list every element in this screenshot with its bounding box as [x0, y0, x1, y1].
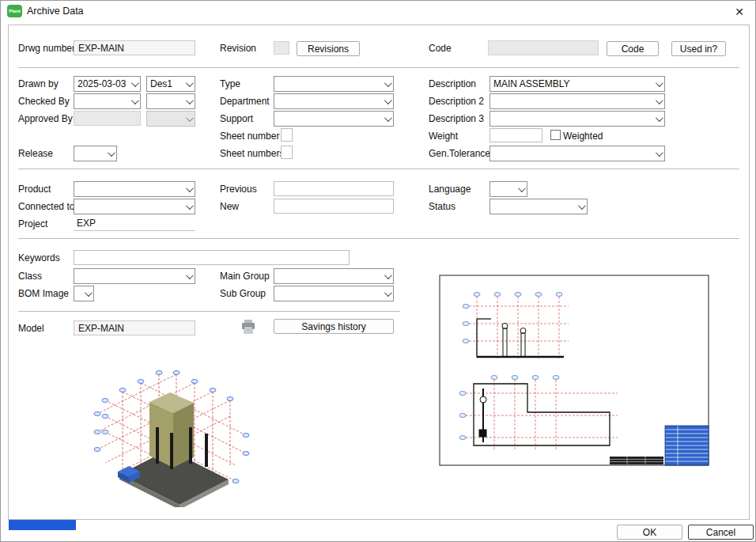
department-combobox[interactable]	[274, 93, 394, 109]
drawing-sheet-preview-image	[428, 249, 721, 491]
support-value	[274, 112, 380, 126]
sub-group-combobox[interactable]	[274, 286, 394, 301]
status-label: Status	[429, 201, 455, 212]
sheet-numbers-label: Sheet numbers	[220, 148, 284, 159]
previous-field[interactable]	[274, 181, 394, 196]
support-label: Support	[220, 113, 253, 124]
drawn-by-initials-value: Des1	[147, 77, 182, 91]
chevron-down-icon	[652, 146, 664, 161]
drwg-number-field[interactable]: EXP-MAIN	[74, 40, 195, 55]
revisions-button[interactable]: Revisions	[297, 41, 360, 56]
description2-combobox[interactable]	[490, 93, 665, 109]
keywords-label: Keywords	[18, 252, 60, 263]
chevron-down-icon	[514, 182, 527, 196]
description-value: MAIN ASSEMBLY	[490, 77, 652, 91]
revision-label: Revision	[220, 43, 256, 54]
chevron-down-icon	[81, 286, 93, 301]
divider	[18, 67, 739, 68]
drwg-number-label: Drwg number	[18, 43, 75, 54]
release-combobox[interactable]	[74, 146, 117, 161]
weight-field[interactable]	[490, 128, 542, 142]
status-combobox[interactable]	[490, 199, 588, 214]
checked-by-label: Checked By	[18, 96, 70, 107]
drawn-by-date-combobox[interactable]: 2025-03-03	[74, 76, 141, 92]
chevron-down-icon	[652, 77, 664, 91]
type-label: Type	[220, 78, 240, 89]
cancel-button[interactable]: Cancel	[688, 525, 754, 540]
keywords-field[interactable]	[74, 250, 350, 265]
class-label: Class	[18, 271, 42, 282]
drawn-by-initials-combobox[interactable]: Des1	[146, 76, 195, 92]
description3-label: Description 3	[429, 113, 484, 124]
type-combobox[interactable]	[274, 76, 394, 92]
main-group-combobox[interactable]	[274, 268, 394, 284]
chevron-down-icon	[380, 286, 393, 301]
main-group-value	[274, 269, 380, 283]
weighted-checkbox[interactable]	[550, 130, 561, 140]
bom-image-value	[74, 286, 81, 301]
chevron-down-icon	[127, 77, 140, 91]
close-icon[interactable]: ✕	[731, 4, 747, 20]
chevron-down-icon	[380, 77, 393, 91]
model-3d-preview	[74, 354, 262, 507]
code-label: Code	[429, 43, 452, 54]
previous-label: Previous	[220, 184, 257, 195]
used-in-button[interactable]: Used in?	[671, 41, 726, 56]
release-value	[74, 146, 104, 161]
release-label: Release	[18, 148, 53, 159]
divider	[18, 311, 400, 312]
description2-label: Description 2	[429, 96, 484, 107]
gen-tolerances-label: Gen.Tolerances	[429, 148, 495, 159]
model-3d-preview-image	[74, 354, 262, 507]
product-combobox[interactable]	[74, 181, 195, 197]
chevron-down-icon	[182, 77, 195, 91]
model-label: Model	[18, 323, 44, 334]
description-combobox[interactable]: MAIN ASSEMBLY	[490, 76, 665, 92]
connected-to-value	[74, 199, 182, 214]
description-label: Description	[429, 78, 476, 89]
description2-value	[490, 94, 652, 108]
bottom-accent-bar	[9, 520, 76, 530]
bom-image-combobox[interactable]	[74, 286, 94, 301]
divider	[18, 238, 739, 239]
drawn-by-label: Drawn by	[18, 78, 59, 89]
sheet-number-field[interactable]	[281, 128, 293, 142]
language-combobox[interactable]	[490, 181, 527, 197]
savings-history-button[interactable]: Savings history	[274, 319, 394, 334]
checked-by-initials-value	[147, 94, 182, 108]
bom-image-label: BOM Image	[18, 288, 69, 299]
product-value	[74, 182, 182, 196]
print-icon[interactable]	[240, 319, 256, 334]
model-field: EXP-MAIN	[74, 320, 195, 335]
ok-button[interactable]: OK	[617, 525, 682, 540]
checked-by-date-combobox[interactable]	[74, 93, 141, 109]
connected-to-label: Connected to	[18, 201, 74, 212]
status-value	[490, 199, 574, 214]
sheet-numbers-field[interactable]	[281, 146, 293, 159]
sub-group-label: Sub Group	[220, 288, 266, 299]
project-value-field: EXP	[74, 216, 195, 231]
connected-to-combobox[interactable]	[74, 199, 195, 214]
revision-field[interactable]	[274, 41, 289, 55]
code-field[interactable]	[488, 40, 599, 55]
description3-value	[490, 112, 652, 126]
description3-combobox[interactable]	[490, 111, 665, 127]
department-value	[274, 94, 380, 108]
class-value	[74, 269, 182, 283]
product-label: Product	[18, 184, 51, 195]
chevron-down-icon	[652, 94, 664, 108]
title-bar: Plant Archive Data ✕	[1, 1, 755, 22]
chevron-down-icon	[104, 146, 116, 161]
gen-tolerances-value	[490, 146, 652, 161]
main-group-label: Main Group	[220, 271, 270, 282]
chevron-down-icon	[652, 112, 664, 126]
code-button[interactable]: Code	[607, 41, 659, 56]
class-combobox[interactable]	[74, 268, 195, 284]
checked-by-initials-combobox[interactable]	[146, 93, 195, 109]
gen-tolerances-combobox[interactable]	[490, 146, 665, 161]
new-field[interactable]	[274, 199, 394, 214]
weight-label: Weight	[429, 131, 458, 142]
chevron-down-icon	[182, 94, 195, 108]
chevron-down-icon	[380, 112, 393, 126]
support-combobox[interactable]	[274, 111, 394, 127]
